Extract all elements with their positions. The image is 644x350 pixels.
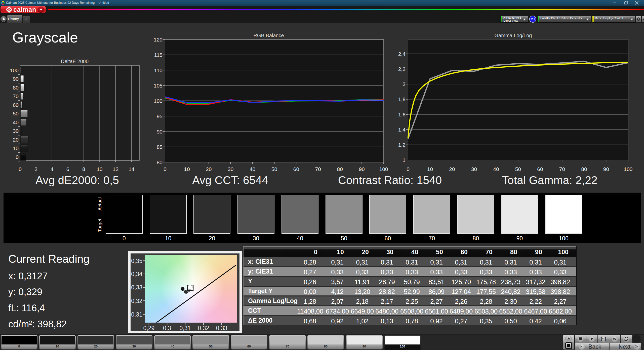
svg-text:90: 90 bbox=[603, 166, 609, 172]
svg-text:0,32: 0,32 bbox=[198, 325, 209, 331]
svg-text:4: 4 bbox=[51, 166, 54, 172]
svg-text:8: 8 bbox=[82, 166, 85, 172]
svg-text:70: 70 bbox=[13, 93, 19, 99]
svg-text:0,35: 0,35 bbox=[131, 258, 142, 264]
svg-text:90: 90 bbox=[359, 166, 365, 172]
svg-text:2: 2 bbox=[403, 81, 406, 87]
svg-text:80: 80 bbox=[157, 159, 163, 165]
svg-text:10: 10 bbox=[184, 166, 190, 172]
svg-text:100: 100 bbox=[10, 67, 19, 73]
svg-text:30: 30 bbox=[471, 166, 477, 172]
svg-text:20: 20 bbox=[449, 166, 455, 172]
svg-text:100: 100 bbox=[154, 98, 163, 104]
svg-text:105: 105 bbox=[154, 83, 163, 89]
svg-text:60: 60 bbox=[293, 166, 299, 172]
svg-text:80: 80 bbox=[337, 166, 343, 172]
svg-text:100: 100 bbox=[624, 166, 632, 172]
svg-text:80: 80 bbox=[13, 85, 19, 91]
svg-text:30: 30 bbox=[228, 166, 233, 172]
svg-text:10: 10 bbox=[427, 166, 433, 172]
svg-text:0: 0 bbox=[164, 166, 167, 172]
svg-text:0,3: 0,3 bbox=[163, 325, 171, 331]
svg-text:50: 50 bbox=[271, 166, 277, 172]
svg-text:2: 2 bbox=[34, 166, 37, 172]
svg-text:1: 1 bbox=[403, 157, 406, 163]
svg-text:0,29: 0,29 bbox=[143, 325, 155, 331]
svg-text:100: 100 bbox=[379, 166, 388, 172]
svg-text:20: 20 bbox=[13, 137, 19, 143]
svg-text:40: 40 bbox=[250, 166, 255, 172]
svg-text:0: 0 bbox=[407, 166, 410, 172]
svg-text:0,31: 0,31 bbox=[131, 311, 142, 318]
svg-text:6: 6 bbox=[66, 166, 69, 172]
svg-text:90: 90 bbox=[13, 76, 19, 82]
svg-text:Gamma Log/Log: Gamma Log/Log bbox=[495, 33, 532, 38]
svg-text:40: 40 bbox=[13, 119, 19, 125]
svg-text:RGB Balance: RGB Balance bbox=[253, 33, 284, 38]
svg-text:0,32: 0,32 bbox=[131, 298, 142, 304]
svg-text:14: 14 bbox=[129, 166, 135, 172]
svg-text:95: 95 bbox=[157, 113, 163, 119]
svg-text:1,2: 1,2 bbox=[398, 142, 406, 148]
svg-text:110: 110 bbox=[154, 67, 163, 73]
svg-text:0: 0 bbox=[19, 166, 22, 172]
svg-text:50: 50 bbox=[13, 111, 19, 116]
svg-text:10: 10 bbox=[13, 145, 19, 151]
svg-text:0,34: 0,34 bbox=[131, 271, 142, 277]
svg-text:85: 85 bbox=[157, 144, 163, 150]
svg-text:0,31: 0,31 bbox=[180, 325, 191, 331]
svg-text:0: 0 bbox=[16, 154, 19, 160]
svg-text:70: 70 bbox=[315, 166, 321, 172]
svg-text:80: 80 bbox=[581, 166, 587, 172]
svg-text:1,8: 1,8 bbox=[398, 96, 406, 102]
svg-text:115: 115 bbox=[154, 52, 163, 58]
svg-text:10: 10 bbox=[97, 166, 102, 172]
svg-text:2,4: 2,4 bbox=[398, 51, 406, 57]
svg-text:120: 120 bbox=[154, 37, 163, 42]
svg-text:0,33: 0,33 bbox=[216, 325, 227, 331]
svg-text:0,33: 0,33 bbox=[131, 284, 142, 291]
svg-text:20: 20 bbox=[206, 166, 212, 172]
svg-text:70: 70 bbox=[559, 166, 565, 172]
svg-text:50: 50 bbox=[515, 166, 521, 172]
svg-text:1,4: 1,4 bbox=[398, 127, 406, 133]
svg-text:90: 90 bbox=[157, 129, 163, 135]
svg-text:60: 60 bbox=[537, 166, 543, 172]
svg-text:60: 60 bbox=[13, 102, 19, 108]
svg-text:12: 12 bbox=[113, 166, 118, 172]
svg-text:40: 40 bbox=[493, 166, 499, 172]
svg-text:1,6: 1,6 bbox=[398, 112, 406, 117]
svg-text:30: 30 bbox=[13, 128, 19, 134]
svg-text:DeltaE 2000: DeltaE 2000 bbox=[61, 59, 89, 64]
svg-text:2,2: 2,2 bbox=[398, 66, 406, 72]
